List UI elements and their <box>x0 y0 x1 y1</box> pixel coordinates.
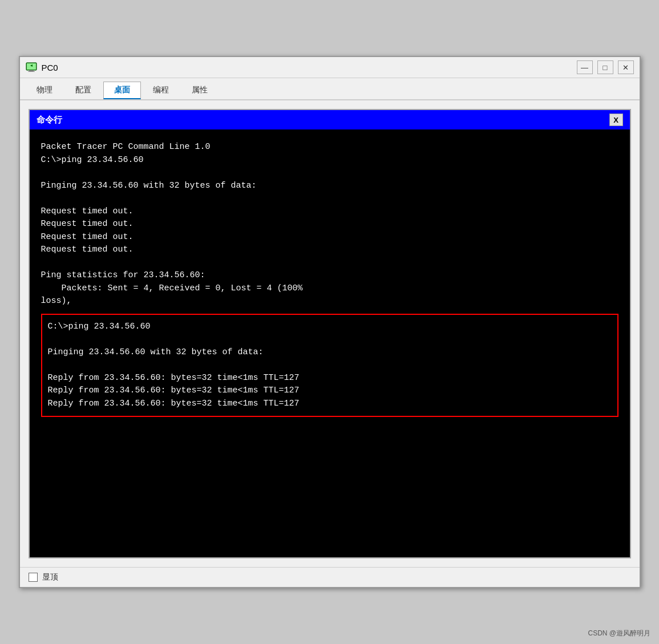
minimize-button[interactable]: — <box>577 60 593 74</box>
terminal-line <box>41 257 618 270</box>
tab-physics[interactable]: 物理 <box>26 82 63 99</box>
terminal-line: Request timed out. <box>41 244 618 257</box>
terminal-line: Ping statistics for 23.34.56.60: <box>41 269 618 282</box>
tab-programming[interactable]: 编程 <box>142 82 180 99</box>
reply-line-3: Reply from 23.34.56.60: bytes=32 time<1m… <box>48 398 612 411</box>
terminal-line: Request timed out. <box>41 205 618 218</box>
window-title: PC0 <box>42 63 58 72</box>
main-content: 命令行 X Packet Tracer PC Command Line 1.0 … <box>20 100 640 567</box>
title-bar-left: PC0 <box>26 62 58 73</box>
title-controls: — □ ✕ <box>577 60 634 74</box>
bottom-bar: 显顶 <box>20 567 640 587</box>
watermark: CSDN @遊风醉明月 <box>588 629 650 638</box>
terminal-line: Packet Tracer PC Command Line 1.0 <box>41 141 618 154</box>
terminal-line: Request timed out. <box>41 231 618 244</box>
pc-icon <box>26 62 37 73</box>
tab-bar: 物理 配置 桌面 编程 属性 <box>20 78 640 100</box>
terminal-line <box>48 333 612 346</box>
title-bar: PC0 — □ ✕ <box>20 57 640 78</box>
terminal[interactable]: Packet Tracer PC Command Line 1.0 C:\>pi… <box>30 129 630 557</box>
show-top-label: 显顶 <box>42 572 58 582</box>
main-window: PC0 — □ ✕ 物理 配置 桌面 编程 属性 命令行 X <box>19 56 641 588</box>
svg-rect-2 <box>28 71 35 72</box>
tab-config[interactable]: 配置 <box>64 82 102 99</box>
terminal-highlighted-section: C:\>ping 23.34.56.60 Pinging 23.34.56.60… <box>41 314 618 418</box>
terminal-line <box>48 359 612 372</box>
terminal-line: Packets: Sent = 4, Received = 0, Lost = … <box>41 282 618 295</box>
cmd-title: 命令行 <box>37 115 62 125</box>
terminal-line <box>41 192 618 205</box>
cmd-header: 命令行 X <box>30 110 630 129</box>
cmd-close-button[interactable]: X <box>609 114 623 126</box>
show-top-checkbox[interactable] <box>29 573 38 582</box>
terminal-line: C:\>ping 23.34.56.60 <box>48 321 612 334</box>
svg-rect-3 <box>27 63 36 70</box>
svg-rect-1 <box>29 70 34 71</box>
terminal-line <box>41 167 618 180</box>
tab-properties[interactable]: 属性 <box>181 82 219 99</box>
cmd-panel: 命令行 X Packet Tracer PC Command Line 1.0 … <box>29 109 631 558</box>
terminal-line: C:\>ping 23.34.56.60 <box>41 154 618 167</box>
terminal-line: Request timed out. <box>41 218 618 231</box>
terminal-line: loss), <box>41 295 618 308</box>
reply-line-1: Reply from 23.34.56.60: bytes=32 time<1m… <box>48 372 612 385</box>
tab-desktop[interactable]: 桌面 <box>103 82 141 99</box>
maximize-button[interactable]: □ <box>597 60 613 74</box>
terminal-line: Pinging 23.34.56.60 with 32 bytes of dat… <box>41 180 618 193</box>
reply-line-2: Reply from 23.34.56.60: bytes=32 time<1m… <box>48 384 612 398</box>
terminal-normal-section: Packet Tracer PC Command Line 1.0 C:\>pi… <box>41 141 618 308</box>
terminal-line: Pinging 23.34.56.60 with 32 bytes of dat… <box>48 346 612 359</box>
window-close-button[interactable]: ✕ <box>618 60 634 74</box>
